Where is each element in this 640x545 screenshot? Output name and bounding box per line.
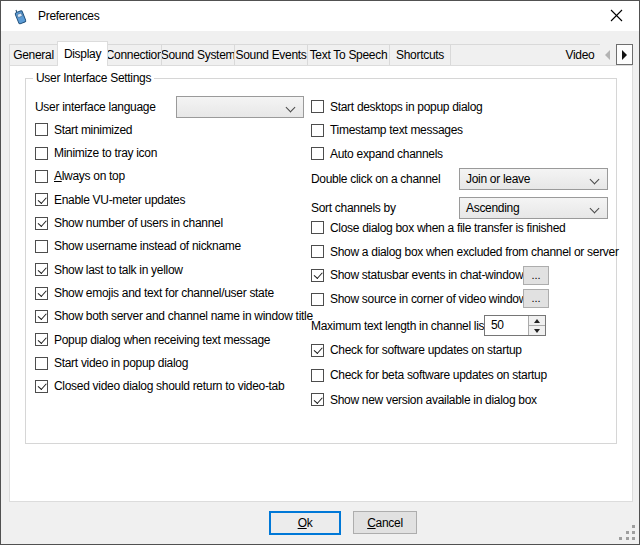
tab-video[interactable]: Video — [450, 44, 600, 65]
checkbox-label: Start desktops in popup dialog — [330, 100, 482, 114]
checkbox-row-popup-dialog-when-receiving-text-message[interactable]: Popup dialog when receiving text message — [35, 328, 315, 351]
checkbox[interactable] — [311, 269, 324, 282]
checkbox-label: Minimize to tray icon — [54, 146, 157, 160]
checkbox-row-timestamp-text-messages[interactable]: Timestamp text messages — [311, 119, 611, 143]
right-top-checkbox-list: Start desktops in popup dialog Timestamp… — [311, 95, 611, 166]
checkbox[interactable] — [311, 369, 324, 382]
checkbox-row-show-both-server-and-channel-name-in-win[interactable]: Show both server and channel name in win… — [35, 305, 315, 328]
ok-button[interactable]: Ok — [269, 511, 341, 535]
window-title: Preferences — [38, 9, 99, 23]
checkbox-label: Show last to talk in yellow — [54, 263, 183, 277]
checkbox-label: Enable VU-meter updates — [54, 193, 185, 207]
close-button[interactable] — [594, 1, 639, 30]
sort-channels-value: Ascending — [466, 201, 519, 215]
checkbox[interactable] — [35, 263, 48, 276]
checkbox[interactable] — [311, 293, 324, 306]
titlebar[interactable]: Preferences — [1, 1, 639, 31]
checkbox[interactable] — [35, 333, 48, 346]
spin-up-button[interactable] — [529, 316, 545, 326]
tab-scroll-right-button[interactable] — [616, 44, 633, 65]
tab-sound-system[interactable]: Sound System — [161, 44, 235, 65]
chevron-down-icon — [286, 103, 296, 113]
tab-display[interactable]: Display — [57, 41, 108, 66]
checkbox[interactable] — [311, 147, 324, 160]
tab-text-to-speech[interactable]: Text To Speech — [307, 44, 390, 65]
max-text-length-row: Maximum text length in channel list 50 — [311, 314, 611, 337]
tab-label: General — [13, 48, 54, 62]
checkbox-row-show-new-version-available-in-dialog-box[interactable]: Show new version available in dialog box — [311, 387, 611, 412]
checkbox-row-auto-expand-channels[interactable]: Auto expand channels — [311, 142, 611, 166]
checkbox[interactable] — [311, 100, 324, 113]
left-checkbox-list: Start minimized Minimize to tray icon Al… — [35, 118, 315, 398]
tab-general[interactable]: General — [9, 44, 58, 65]
checkbox-row-start-desktops-in-popup-dialog[interactable]: Start desktops in popup dialog — [311, 95, 611, 119]
checkbox-row-show-emojis-and-text-for-channel-user-st[interactable]: Show emojis and text for channel/user st… — [35, 281, 315, 304]
checkbox-row-always-on-top[interactable]: Always on top — [35, 165, 315, 188]
checkbox-row-show-last-to-talk-in-yellow[interactable]: Show last to talk in yellow — [35, 258, 315, 281]
double-click-select[interactable]: Join or leave — [459, 168, 608, 190]
resize-grip[interactable] — [632, 537, 635, 540]
group-title: User Interface Settings — [33, 71, 154, 85]
ellipsis-button[interactable]: ... — [523, 289, 549, 308]
checkbox[interactable] — [35, 217, 48, 230]
checkbox-row-minimize-to-tray-icon[interactable]: Minimize to tray icon — [35, 141, 315, 164]
checkbox-label: Show username instead of nickname — [54, 239, 241, 253]
tab-scroll-left-icon — [605, 50, 610, 60]
tab-sound-events[interactable]: Sound Events — [234, 44, 308, 65]
tab-label: Shortcuts — [396, 48, 444, 62]
tab-connection[interactable]: Connection — [107, 44, 162, 65]
checkbox-label: Auto expand channels — [330, 147, 443, 161]
checkbox-row-closed-video-dialog-should-return-to-vid[interactable]: Closed video dialog should return to vid… — [35, 375, 315, 398]
checkbox[interactable] — [311, 221, 324, 234]
checkbox[interactable] — [35, 310, 48, 323]
checkbox-row-show-username-instead-of-nickname[interactable]: Show username instead of nickname — [35, 235, 315, 258]
checkbox-row-show-statusbar-events-in-chat-window[interactable]: Show statusbar events in chat-window ... — [311, 264, 621, 288]
right-bottom-checkbox-list: Check for software updates on startup Ch… — [311, 338, 611, 412]
checkbox-label: Check for beta software updates on start… — [330, 368, 547, 382]
checkbox-row-show-number-of-users-in-channel[interactable]: Show number of users in channel — [35, 211, 315, 234]
checkbox[interactable] — [35, 193, 48, 206]
checkbox-label: Show both server and channel name in win… — [54, 309, 313, 323]
max-text-length-value: 50 — [485, 316, 528, 335]
tab-shortcuts[interactable]: Shortcuts — [389, 44, 451, 65]
checkbox[interactable] — [35, 123, 48, 136]
checkbox[interactable] — [35, 170, 48, 183]
checkbox-row-start-video-in-popup-dialog[interactable]: Start video in popup dialog — [35, 351, 315, 374]
checkbox-row-enable-vu-meter-updates[interactable]: Enable VU-meter updates — [35, 188, 315, 211]
checkbox[interactable] — [311, 344, 324, 357]
spin-down-icon — [534, 329, 540, 333]
checkbox-row-check-for-software-updates-on-startup[interactable]: Check for software updates on startup — [311, 338, 611, 363]
tab-label: Display — [64, 47, 101, 61]
checkbox-label: Check for software updates on startup — [330, 343, 522, 357]
ellipsis-button[interactable]: ... — [523, 266, 549, 285]
cancel-button[interactable]: Cancel — [353, 511, 417, 534]
checkbox[interactable] — [35, 287, 48, 300]
checkbox-label: Always on top — [54, 169, 125, 183]
checkbox-row-check-for-beta-software-updates-on-start[interactable]: Check for beta software updates on start… — [311, 363, 611, 388]
checkbox-row-start-minimized[interactable]: Start minimized — [35, 118, 315, 141]
tab-bar: General Display Connection Sound System … — [9, 41, 600, 66]
checkbox-row-show-a-dialog-box-when-excluded-from-cha[interactable]: Show a dialog box when excluded from cha… — [311, 240, 621, 264]
checkbox[interactable] — [35, 147, 48, 160]
checkbox[interactable] — [35, 380, 48, 393]
chevron-down-icon — [590, 204, 600, 214]
checkbox-row-show-source-in-corner-of-video-window[interactable]: Show source in corner of video window ..… — [311, 287, 621, 311]
chevron-down-icon — [590, 175, 600, 185]
language-label-row: User interface language — [35, 96, 156, 118]
spinner-buttons — [528, 316, 545, 335]
checkbox[interactable] — [35, 357, 48, 370]
checkbox-label: Show number of users in channel — [54, 216, 223, 230]
checkbox[interactable] — [311, 393, 324, 406]
checkbox[interactable] — [311, 124, 324, 137]
tab-label: Sound Events — [235, 48, 306, 62]
spin-down-button[interactable] — [529, 326, 545, 335]
double-click-value: Join or leave — [466, 172, 530, 186]
tab-label: Connection — [107, 48, 162, 62]
tab-scroll-left-button[interactable] — [600, 44, 615, 65]
checkbox[interactable] — [311, 245, 324, 258]
language-select[interactable] — [176, 96, 304, 118]
checkbox-row-close-dialog-box-when-a-file-transfer-is[interactable]: Close dialog box when a file transfer is… — [311, 216, 621, 240]
max-text-length-spinner[interactable]: 50 — [484, 315, 546, 336]
checkbox-label: Popup dialog when receiving text message — [54, 333, 270, 347]
checkbox[interactable] — [35, 240, 48, 253]
